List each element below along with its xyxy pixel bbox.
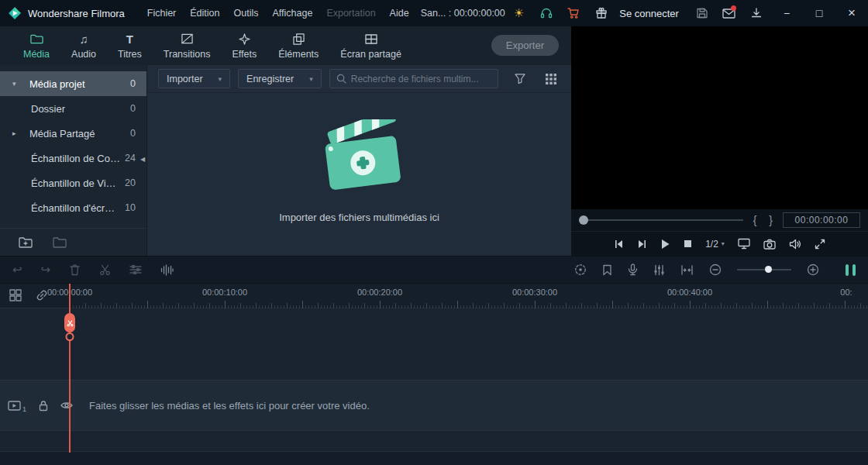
close-button[interactable]: ×	[835, 0, 868, 26]
mark-in-button[interactable]: {	[751, 214, 760, 226]
volume-speaker-icon[interactable]	[789, 239, 801, 250]
manage-tracks-icon[interactable]	[9, 289, 22, 301]
sidebar-item-dossier[interactable]: Dossier 0	[0, 96, 146, 121]
ruler-label: 00:00:40:00	[667, 288, 712, 297]
audio-mixer-icon[interactable]	[653, 264, 665, 276]
playback-quality-dropdown[interactable]: 1/2 ▾	[705, 239, 725, 250]
mark-out-button[interactable]: }	[766, 214, 775, 226]
zoom-out-icon[interactable]	[709, 264, 722, 276]
download-icon[interactable]	[743, 0, 770, 26]
zoom-fit-icon[interactable]	[680, 265, 694, 275]
timeline-scrollbar-area[interactable]	[0, 451, 868, 465]
login-button[interactable]: Se connecter	[615, 8, 688, 19]
delete-trash-icon[interactable]	[69, 264, 81, 276]
sidebar-item-echantillon-couleur[interactable]: Échantillon de Couleur 24	[0, 146, 146, 170]
gift-icon[interactable]	[587, 0, 615, 26]
notification-badge	[731, 5, 736, 11]
maximize-button[interactable]: □	[803, 0, 835, 26]
preview-scrubber[interactable]	[579, 219, 743, 221]
sidebar-item-media-projet[interactable]: ▾ Média projet 0	[0, 71, 146, 96]
minimize-button[interactable]: −	[770, 0, 803, 26]
filter-icon[interactable]	[511, 70, 529, 88]
cart-icon[interactable]	[560, 0, 587, 26]
menu-aide[interactable]: Aide	[383, 8, 416, 19]
import-dropdown[interactable]: Importer ▾	[158, 69, 230, 88]
adjust-properties-icon[interactable]	[129, 264, 142, 275]
menu-outils[interactable]: Outils	[227, 8, 266, 19]
folder-icon[interactable]	[53, 236, 67, 248]
next-frame-button[interactable]	[637, 239, 647, 249]
zoom-slider-handle[interactable]	[765, 266, 772, 273]
sidebar-item-media-partage[interactable]: ▸ Média Partagé 0	[0, 121, 146, 146]
tab-titres[interactable]: T Titres	[107, 26, 153, 65]
hide-track-eye-icon[interactable]	[60, 401, 73, 410]
playhead-handle[interactable]	[64, 313, 75, 332]
sidebar-item-echantillon-video[interactable]: Échantillon de Vidéo 20	[0, 170, 146, 195]
lock-track-icon[interactable]	[38, 400, 49, 412]
snapshot-camera-icon[interactable]	[763, 239, 776, 250]
zoom-in-icon[interactable]	[807, 264, 819, 276]
stop-button[interactable]	[684, 239, 692, 248]
export-button[interactable]: Exporter	[491, 35, 559, 56]
tab-audio[interactable]: ♫ Audio	[60, 26, 107, 65]
sidebar-item-label: Échantillon d'écran ver	[31, 202, 120, 214]
vertical-pause-bars-icon[interactable]	[846, 264, 856, 276]
caret-right-icon: ▸	[12, 129, 29, 137]
sidebar-item-echantillon-ecran[interactable]: Échantillon d'écran ver 10	[0, 195, 146, 220]
sidebar-collapse-button[interactable]: ◀	[139, 150, 146, 167]
menu-fichier[interactable]: Fichier	[140, 8, 184, 19]
playhead-line[interactable]	[69, 284, 71, 453]
add-folder-icon[interactable]	[19, 236, 33, 248]
ruler-label: 00:00:10:00	[202, 288, 247, 297]
support-headset-icon[interactable]	[532, 0, 560, 26]
voiceover-mic-icon[interactable]	[628, 264, 638, 276]
scrubber-handle[interactable]	[579, 215, 588, 225]
audio-waveform-icon[interactable]	[160, 264, 174, 276]
ruler-label: 00:00:30:00	[512, 288, 557, 297]
tab-ecran-partage[interactable]: Écran partagé	[329, 26, 412, 65]
media-panel: Importer ▾ Enregistrer ▾	[147, 65, 571, 256]
sidebar-item-label: Dossier	[31, 103, 65, 115]
timeline-zoom-slider[interactable]	[737, 269, 791, 270]
grid-view-icon[interactable]	[542, 70, 560, 88]
caret-down-icon: ▾	[12, 80, 29, 88]
tab-label: Audio	[71, 49, 96, 60]
redo-icon[interactable]: ↪	[41, 263, 51, 277]
caret-down-icon: ▾	[722, 240, 725, 247]
tab-label: Effets	[232, 49, 257, 60]
search-box[interactable]	[329, 69, 498, 88]
tab-elements[interactable]: Éléments	[267, 26, 329, 65]
elements-layers-icon	[293, 32, 305, 46]
search-input[interactable]	[351, 74, 491, 84]
record-dropdown[interactable]: Enregistrer ▾	[238, 69, 322, 88]
render-preview-icon[interactable]	[574, 264, 587, 276]
mail-icon[interactable]	[715, 0, 742, 26]
import-drop-area[interactable]: Importer des fichiers multimédias ici	[147, 93, 571, 256]
track-header: 1	[0, 381, 70, 430]
play-button[interactable]	[660, 239, 670, 250]
tab-transitions[interactable]: Transitions	[153, 26, 222, 65]
library-content: ▾ Média projet 0 Dossier 0 ▸ Média Parta…	[0, 65, 571, 256]
menu-affichage[interactable]: Affichage	[265, 8, 319, 19]
fullscreen-expand-icon[interactable]	[815, 239, 825, 250]
timeline[interactable]: 00:00:00:00 00:00:10:00 00:00:20:00 00:0…	[0, 284, 868, 465]
brightness-sun-icon[interactable]: ☀	[505, 0, 532, 26]
tab-media[interactable]: Média	[12, 26, 60, 65]
menu-exportation: Exportation	[319, 8, 382, 19]
undo-icon[interactable]: ↩	[12, 263, 22, 277]
display-device-icon[interactable]	[738, 238, 750, 250]
timeline-ruler[interactable]: 00:00:00:00 00:00:10:00 00:00:20:00 00:0…	[70, 284, 868, 308]
split-scissors-icon[interactable]	[99, 264, 111, 276]
link-chain-icon[interactable]	[36, 289, 48, 301]
item-count: 24	[120, 153, 136, 164]
tab-effets[interactable]: Effets	[222, 26, 268, 65]
ruler-label: 00:	[840, 288, 852, 297]
video-track[interactable]: 1 Faites glisser les médias et les effet…	[0, 380, 868, 431]
save-icon[interactable]	[688, 0, 715, 26]
menu-edition[interactable]: Édition	[183, 8, 226, 19]
previous-frame-button[interactable]	[614, 239, 624, 249]
marker-icon[interactable]	[602, 264, 612, 276]
text-title-icon: T	[126, 32, 133, 46]
import-hint-text: Importer des fichiers multimédias ici	[279, 212, 439, 223]
tab-label: Éléments	[278, 49, 319, 60]
